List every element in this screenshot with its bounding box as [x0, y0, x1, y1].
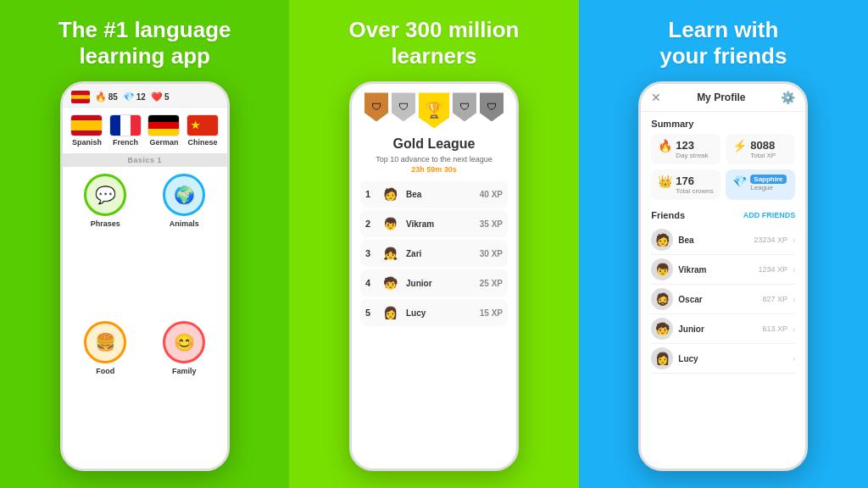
- lang-label: Spanish: [72, 138, 102, 147]
- lang-label: French: [113, 138, 138, 147]
- friend-row-lucy[interactable]: 👩 Lucy ›: [651, 344, 795, 374]
- lb-rank-4: 4: [365, 278, 376, 288]
- streak-value: 85: [108, 92, 118, 102]
- skill-food[interactable]: 🍔 Food: [70, 321, 142, 462]
- animals-circle: 🌍: [163, 174, 205, 216]
- league-label: League: [750, 184, 786, 191]
- friend-xp-junior: 613 XP: [762, 324, 787, 333]
- chevron-right-icon: ›: [793, 236, 795, 245]
- friend-name-oscar: Oscar: [678, 295, 757, 304]
- friend-row-bea[interactable]: 🧑 Bea 23234 XP ›: [651, 225, 795, 255]
- phone-mockup-2: 🛡 🛡 🏆 🛡 🛡 Gold League Top 10 advance to …: [349, 81, 519, 471]
- summary-grid: 🔥 123 Day streak ⚡ 8088 Total XP: [651, 134, 795, 200]
- streak-label: Day streak: [676, 152, 708, 159]
- flag-french: [109, 114, 142, 136]
- panel3-heading: Learn with your friends: [659, 17, 787, 69]
- summary-crowns: 👑 176 Total crowns: [651, 169, 721, 200]
- streak-stat: 🔥 85: [95, 92, 118, 103]
- friend-row-junior[interactable]: 🧒 Junior 613 XP ›: [651, 314, 795, 344]
- bolt-icon: ⚡: [732, 139, 747, 152]
- panel-learners: Over 300 million learners 🛡 🛡 🏆 🛡 🛡 Gold…: [289, 0, 578, 488]
- crowns-label: Total crowns: [676, 187, 713, 195]
- skill-animals[interactable]: 🌍 Animals: [148, 174, 220, 314]
- lang-spanish[interactable]: Spanish: [70, 114, 105, 147]
- skills-grid: 💬 Phrases 🌍 Animals 🍔 Food 😊 Family: [63, 167, 227, 469]
- xp-data: 8088 Total XP: [750, 139, 776, 159]
- panel-language-app: The #1 language learning app 🔥 85 💎 12 ❤…: [0, 0, 289, 488]
- chevron-right-icon: ›: [793, 324, 795, 334]
- lb-row-1[interactable]: 1 🧑 Bea 40 XP: [360, 180, 508, 208]
- phone-mockup-1: 🔥 85 💎 12 ❤️ 5 Spanish French: [60, 81, 230, 471]
- crown-icon: 👑: [658, 175, 672, 188]
- friend-name-junior: Junior: [678, 324, 757, 334]
- gear-icon[interactable]: ⚙️: [781, 91, 795, 104]
- skill-phrases[interactable]: 💬 Phrases: [70, 174, 142, 314]
- lb-rank-3: 3: [365, 248, 376, 258]
- flag-spanish: [70, 114, 103, 136]
- lb-name-1: Bea: [406, 190, 475, 199]
- lb-row-2[interactable]: 2 👦 Vikram 35 XP: [360, 210, 508, 237]
- skill-label: Food: [96, 367, 114, 375]
- summary-title: Summary: [651, 119, 795, 129]
- friends-section: Friends ADD FRIENDS 🧑 Bea 23234 XP › 👦 V…: [641, 207, 805, 469]
- xp-value: 8088: [750, 139, 776, 152]
- friend-row-oscar[interactable]: 🧔 Oscar 827 XP ›: [651, 285, 795, 314]
- section-label: Basics 1: [63, 153, 227, 167]
- friend-xp-oscar: 827 XP: [762, 295, 787, 303]
- summary-league: 💎 Sapphire League: [726, 169, 795, 200]
- lb-avatar-5: 👩: [381, 302, 401, 323]
- gem-icon: 💎: [123, 92, 135, 103]
- profile-header: ✕ My Profile ⚙️: [641, 84, 805, 112]
- flag-chinese: [186, 114, 219, 136]
- lb-row-3[interactable]: 3 👧 Zari 30 XP: [360, 240, 508, 267]
- summary-section: Summary 🔥 123 Day streak ⚡ 8088 Total: [641, 112, 805, 207]
- lb-rank-1: 1: [365, 189, 376, 199]
- leaderboard: 1 🧑 Bea 40 XP 2 👦 Vikram 35 XP 3 👧 Zari …: [360, 180, 508, 460]
- friend-xp-vikram: 1234 XP: [758, 265, 787, 274]
- skill-label: Phrases: [91, 219, 120, 228]
- shield-silver: 🛡: [392, 92, 415, 121]
- profile-title: My Profile: [697, 92, 745, 103]
- lb-xp-4: 25 XP: [480, 279, 503, 288]
- lang-german[interactable]: German: [147, 114, 182, 147]
- lang-label: Chinese: [187, 138, 217, 147]
- friends-title: Friends: [651, 210, 685, 220]
- lb-rank-2: 2: [365, 219, 376, 229]
- streak-value: 123: [676, 139, 708, 152]
- friend-name-lucy: Lucy: [678, 354, 782, 363]
- shield-bronze: 🛡: [364, 92, 388, 121]
- lb-avatar-4: 🧒: [381, 273, 401, 293]
- phone1-topbar: 🔥 85 💎 12 ❤️ 5: [63, 84, 227, 108]
- chevron-right-icon: ›: [793, 295, 795, 304]
- skill-family[interactable]: 😊 Family: [148, 321, 220, 462]
- skill-label: Family: [172, 367, 197, 375]
- lb-row-4[interactable]: 4 🧒 Junior 25 XP: [360, 269, 508, 297]
- crowns-value: 176: [676, 175, 713, 187]
- lb-rank-5: 5: [365, 308, 376, 318]
- phone-mockup-3: ✕ My Profile ⚙️ Summary 🔥 123 Day streak: [638, 81, 808, 471]
- gem-stat: 💎 12: [123, 92, 146, 103]
- phrases-circle: 💬: [84, 174, 126, 216]
- close-icon[interactable]: ✕: [651, 91, 661, 104]
- food-circle: 🍔: [84, 321, 126, 363]
- league-content: 🛡 🛡 🏆 🛡 🛡 Gold League Top 10 advance to …: [352, 84, 516, 469]
- languages-grid: Spanish French German Chinese: [63, 108, 227, 153]
- heart-value: 5: [164, 92, 170, 102]
- lb-row-5[interactable]: 5 👩 Lucy 15 XP: [360, 299, 508, 326]
- heart-stat: ❤️ 5: [151, 92, 170, 103]
- lb-avatar-3: 👧: [381, 243, 401, 263]
- xp-label: Total XP: [750, 152, 776, 159]
- summary-streak: 🔥 123 Day streak: [651, 134, 721, 164]
- lang-chinese[interactable]: Chinese: [185, 114, 220, 147]
- summary-xp: ⚡ 8088 Total XP: [726, 134, 795, 164]
- lb-avatar-1: 🧑: [381, 184, 401, 204]
- profile-content: ✕ My Profile ⚙️ Summary 🔥 123 Day streak: [641, 84, 805, 469]
- friend-row-vikram[interactable]: 👦 Vikram 1234 XP ›: [651, 255, 795, 285]
- friend-xp-bea: 23234 XP: [754, 236, 787, 244]
- current-lang-flag: [71, 91, 90, 103]
- panel1-heading: The #1 language learning app: [58, 17, 231, 69]
- family-circle: 😊: [163, 321, 205, 363]
- lang-french[interactable]: French: [108, 114, 143, 147]
- chevron-right-icon: ›: [793, 265, 795, 274]
- add-friends-button[interactable]: ADD FRIENDS: [743, 211, 796, 219]
